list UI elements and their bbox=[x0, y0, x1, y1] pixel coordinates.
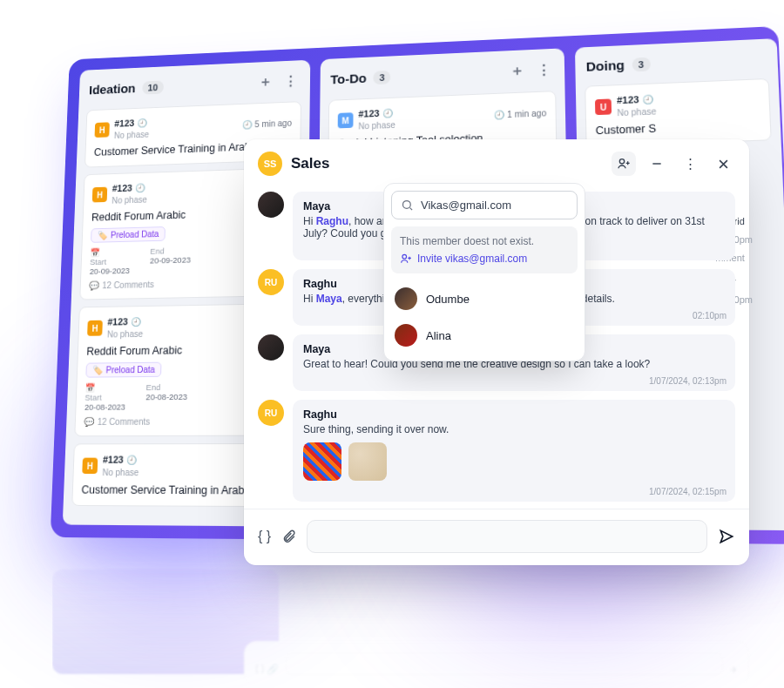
person-avatar bbox=[395, 324, 417, 347]
message-bubble: Raghu Sure thing, sending it over now. 1… bbox=[293, 400, 735, 502]
invite-link[interactable]: Invite vikas@gmail.com bbox=[400, 253, 569, 265]
code-block-button[interactable]: { } bbox=[258, 529, 271, 544]
svg-point-2 bbox=[402, 254, 407, 259]
message: RU Raghu Sure thing, sending it over now… bbox=[258, 400, 735, 502]
card-avatar: H bbox=[92, 187, 107, 203]
person-name: Alina bbox=[426, 329, 451, 342]
sender-avatar bbox=[258, 334, 284, 361]
chat-avatar: SS bbox=[258, 152, 282, 176]
attach-button[interactable] bbox=[281, 529, 296, 544]
message-timestamp: 1/07/2024, 02:15pm bbox=[649, 487, 727, 496]
chat-window: SS Sales ⋮ Vikas@gmail.com This member d… bbox=[244, 139, 749, 565]
sender-avatar: RU bbox=[258, 400, 284, 426]
card[interactable]: U #123 🕘 No phase Customer S bbox=[585, 78, 772, 147]
chat-title: Sales bbox=[291, 155, 603, 172]
column-menu-button[interactable]: ⋮ bbox=[281, 73, 301, 90]
tag-icon: 🏷️ bbox=[98, 231, 108, 240]
person-avatar bbox=[395, 287, 417, 310]
card-avatar: M bbox=[338, 112, 354, 128]
person-row[interactable]: Alina bbox=[391, 317, 578, 354]
invite-popover: Vikas@gmail.com This member doest not ex… bbox=[383, 183, 585, 361]
people-list: Odumbe Alina bbox=[391, 280, 578, 354]
minimize-button[interactable] bbox=[645, 152, 669, 176]
comment-icon: 💬 bbox=[89, 280, 99, 290]
send-button[interactable] bbox=[718, 528, 735, 545]
column-title: To-Do bbox=[330, 71, 366, 86]
svg-point-1 bbox=[403, 201, 411, 209]
member-search-input[interactable]: Vikas@gmail.com bbox=[391, 191, 578, 219]
add-member-button[interactable] bbox=[612, 152, 636, 176]
chat-header: SS Sales ⋮ bbox=[244, 139, 749, 188]
card-time: 🕘5 min ago bbox=[242, 118, 292, 129]
mention[interactable]: Maya bbox=[316, 293, 342, 305]
column-count: 10 bbox=[142, 80, 164, 94]
search-icon bbox=[401, 199, 414, 212]
attachment-thumbnail[interactable] bbox=[303, 442, 341, 481]
card-avatar: H bbox=[95, 122, 110, 138]
more-button[interactable]: ⋮ bbox=[678, 152, 702, 176]
column-menu-button[interactable]: ⋮ bbox=[534, 62, 554, 79]
sender-avatar: RU bbox=[258, 269, 284, 295]
svg-point-0 bbox=[619, 159, 624, 164]
preload-tag[interactable]: 🏷️ Preload Data bbox=[91, 226, 166, 243]
search-notice: This member doest not exist. Invite vika… bbox=[391, 226, 578, 273]
mention[interactable]: Raghu bbox=[316, 215, 348, 227]
add-card-button[interactable]: ＋ bbox=[507, 62, 527, 81]
message-input[interactable] bbox=[307, 520, 707, 553]
person-name: Odumbe bbox=[426, 293, 470, 306]
column-title: Doing bbox=[586, 57, 625, 74]
person-row[interactable]: Odumbe bbox=[391, 280, 578, 317]
message-timestamp: 1/07/2024, 02:13pm bbox=[649, 376, 727, 386]
sender-avatar bbox=[258, 192, 284, 218]
attachment-thumbnail[interactable] bbox=[348, 442, 387, 481]
column-title: Ideation bbox=[89, 81, 136, 97]
chat-messages: Vikas@gmail.com This member doest not ex… bbox=[244, 188, 749, 509]
card-id: #123 bbox=[114, 118, 134, 128]
add-card-button[interactable]: ＋ bbox=[256, 73, 274, 91]
invite-icon bbox=[400, 253, 412, 265]
card-phase: No phase bbox=[114, 130, 149, 140]
card-avatar: U bbox=[595, 98, 612, 115]
preload-tag[interactable]: 🏷️Preload Data bbox=[85, 362, 162, 378]
close-button[interactable] bbox=[711, 152, 735, 176]
clock-icon: 🕘 bbox=[137, 118, 147, 128]
message-composer: { } bbox=[244, 509, 749, 565]
